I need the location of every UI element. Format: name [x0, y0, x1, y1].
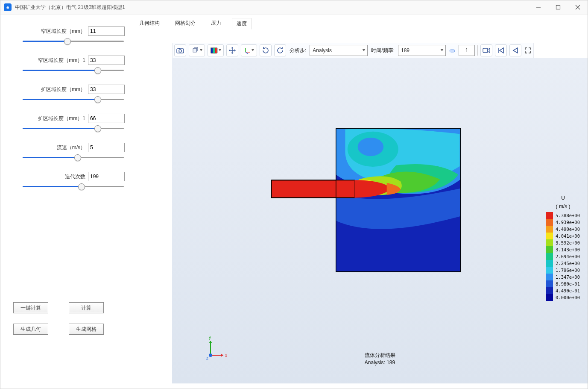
- axes-icon: [244, 47, 251, 54]
- legend-swatch: [546, 233, 553, 239]
- titlebar: e 中国矿业大学（北京）电气 21级3班赖超阳模型1: [0, 0, 588, 15]
- legend-value: 8.980e-01: [556, 281, 580, 286]
- pan-button[interactable]: [226, 44, 238, 56]
- legend-swatch: [546, 212, 553, 219]
- param-label: 迭代次数: [65, 173, 85, 180]
- legend-entry: 1.796e+00: [546, 267, 580, 274]
- param-slider[interactable]: [23, 37, 124, 45]
- legend-value: 4.939e+00: [556, 220, 580, 225]
- svg-marker-26: [500, 48, 503, 53]
- param-input[interactable]: [88, 143, 125, 152]
- button-row-2: 生成几何 生成网格: [13, 324, 125, 335]
- calc-button[interactable]: 计算: [69, 302, 104, 313]
- rotate-cw-button[interactable]: [274, 44, 286, 56]
- legend-swatch: [546, 260, 553, 267]
- legend-entry: 3.592e+00: [546, 239, 580, 246]
- param-4: 流速（m/s）: [7, 143, 125, 162]
- param-slider[interactable]: [23, 153, 124, 162]
- time-freq-select[interactable]: 189: [398, 45, 446, 56]
- legend-entry: 4.490e+00: [546, 226, 580, 233]
- expand-icon: [525, 47, 531, 53]
- cube-icon: [191, 47, 199, 54]
- rotate-cw-icon: [276, 47, 284, 54]
- param-label: 窄区域长度（mm）: [41, 28, 85, 35]
- tab-速度[interactable]: 速度: [232, 18, 252, 29]
- legend-entry: 2.694e+00: [546, 253, 580, 260]
- one-click-calc-button[interactable]: 一键计算: [13, 302, 48, 313]
- analysis-step-label: 分析步:: [290, 47, 306, 54]
- plot-viewport[interactable]: x y z 流体分析结果 Analysis: 189 U: [172, 58, 588, 383]
- svg-rect-22: [450, 50, 455, 52]
- svg-rect-32: [271, 180, 354, 197]
- svg-rect-1: [556, 6, 560, 9]
- view-cube-button[interactable]: [189, 44, 205, 56]
- legend-swatch: [546, 246, 553, 253]
- analysis-step-select[interactable]: Analysis: [310, 45, 368, 56]
- legend-unit: ( m/s ): [546, 203, 580, 209]
- gen-mesh-button[interactable]: 生成网格: [69, 324, 104, 335]
- video-icon: [483, 47, 490, 53]
- legend-swatch: [546, 280, 553, 287]
- toggle-icon: [449, 48, 455, 53]
- step-back-icon: [512, 47, 518, 53]
- first-frame-button[interactable]: [495, 44, 507, 56]
- snapshot-button[interactable]: [174, 44, 186, 56]
- close-button[interactable]: [568, 1, 588, 14]
- chevron-down-icon: [252, 49, 254, 52]
- window-title: 中国矿业大学（北京）电气 21级3班赖超阳模型1: [15, 4, 529, 11]
- fullscreen-button[interactable]: [524, 45, 532, 56]
- svg-text:y: y: [209, 335, 211, 340]
- param-slider[interactable]: [23, 95, 124, 103]
- svg-point-41: [209, 354, 212, 357]
- param-slider[interactable]: [23, 124, 124, 133]
- application-window: e 中国矿业大学（北京）电气 21级3班赖超阳模型1 窄区域长度（mm） 窄区域…: [0, 0, 588, 389]
- param-input[interactable]: [88, 27, 125, 36]
- record-button[interactable]: [480, 44, 492, 56]
- prev-frame-button[interactable]: [509, 44, 521, 56]
- legend-value: 5.388e+00: [556, 213, 580, 218]
- tab-压力[interactable]: 压力: [206, 18, 226, 29]
- param-input[interactable]: [88, 114, 125, 123]
- maximize-button[interactable]: [548, 1, 568, 14]
- legend-entry: 4.490e-01: [546, 287, 580, 294]
- legend-value: 1.347e+00: [556, 274, 580, 280]
- colormap-button[interactable]: [208, 44, 224, 56]
- button-row-1: 一键计算 计算: [13, 302, 125, 313]
- time-freq-value: 189: [401, 47, 410, 53]
- axis-options-button[interactable]: [241, 44, 257, 56]
- param-input[interactable]: [88, 172, 125, 181]
- param-0: 窄区域长度（mm）: [7, 27, 125, 45]
- legend-value: 1.796e+00: [556, 268, 580, 273]
- rotate-ccw-button[interactable]: [260, 44, 272, 56]
- tab-网格划分[interactable]: 网格划分: [170, 18, 200, 29]
- legend-entry: 8.980e-01: [546, 280, 580, 287]
- step-spinner[interactable]: 1: [459, 45, 475, 56]
- contour-plot: [172, 58, 588, 383]
- skip-first-icon: [498, 47, 504, 53]
- legend-swatch: [546, 219, 553, 226]
- toggle-mini-button[interactable]: [448, 45, 456, 56]
- legend-value: 4.490e-01: [556, 288, 580, 293]
- param-slider[interactable]: [23, 182, 124, 191]
- svg-rect-23: [483, 48, 488, 53]
- svg-text:x: x: [225, 353, 227, 358]
- minimize-button[interactable]: [529, 1, 548, 14]
- app-icon: e: [4, 3, 12, 11]
- result-title-line2: Analysis: 189: [365, 359, 395, 366]
- move-icon: [229, 47, 236, 54]
- result-title: 流体分析结果 Analysis: 189: [365, 352, 395, 366]
- step-spinner-value: 1: [465, 47, 468, 53]
- tabbar: 几何结构网格划分压力速度: [132, 17, 588, 29]
- param-input[interactable]: [88, 56, 125, 65]
- param-slider[interactable]: [23, 66, 124, 74]
- legend-entry: 5.388e+00: [546, 212, 580, 219]
- gen-geom-button[interactable]: 生成几何: [13, 324, 48, 335]
- param-input[interactable]: [88, 85, 125, 94]
- tab-几何结构[interactable]: 几何结构: [135, 18, 164, 29]
- svg-rect-6: [178, 48, 180, 49]
- legend-entry: 4.939e+00: [546, 219, 580, 226]
- canvas: 分析步: Analysis 时间/频率: 189 1: [132, 34, 588, 383]
- plot-toolbar: 分析步: Analysis 时间/频率: 189 1: [172, 43, 534, 58]
- maximize-icon: [556, 5, 561, 10]
- param-1: 窄区域长度（mm）1: [7, 56, 125, 74]
